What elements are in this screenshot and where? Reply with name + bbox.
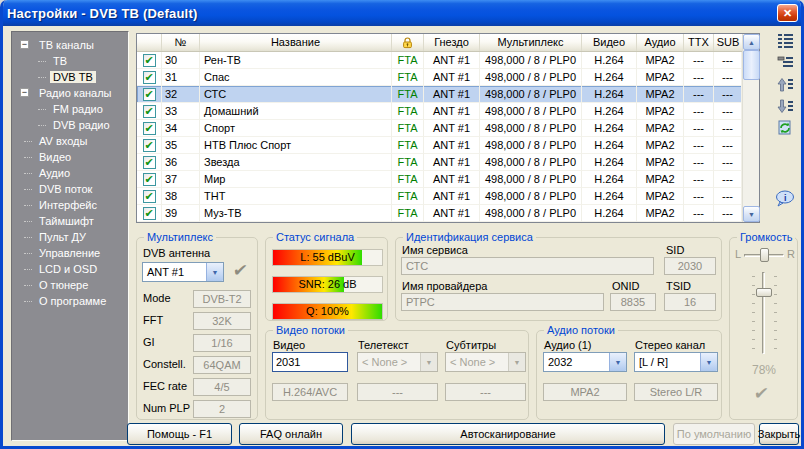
header-video[interactable]: Видео: [582, 34, 637, 51]
sidebar-item-FM радио[interactable]: FM радио: [12, 101, 128, 117]
scroll-thumb[interactable]: [743, 50, 760, 80]
mux-param-label: Num PLP: [143, 402, 190, 415]
channel-row-35[interactable]: ✔35НТВ Плюс СпортFTAANT #1498,000 / 8 / …: [137, 137, 742, 154]
faq-button[interactable]: FAQ онлайн: [239, 423, 343, 445]
sidebar-item-label: ТВ каналы: [36, 39, 97, 51]
vertical-scrollbar[interactable]: ▲ ▼: [742, 34, 759, 222]
channel-row-39[interactable]: ✔39Муз-ТВFTAANT #1498,000 / 8 / PLP0H.26…: [137, 205, 742, 222]
channel-row-30[interactable]: ✔30Рен-ТВFTAANT #1498,000 / 8 / PLP0H.26…: [137, 52, 742, 69]
socket-cell: ANT #1: [424, 86, 480, 103]
header-mux[interactable]: Мультиплекс: [480, 34, 582, 51]
sidebar-item-Радио каналы[interactable]: −Радио каналы: [12, 85, 128, 101]
channel-enabled-checkbox[interactable]: ✔: [143, 156, 156, 169]
close-button[interactable]: Закрыть: [759, 423, 799, 445]
socket-cell: ANT #1: [424, 137, 480, 154]
sidebar-item-label: Таймшифт: [36, 215, 97, 227]
audio-pid-combobox[interactable]: 2032 ▼: [543, 352, 627, 372]
chevron-down-icon[interactable]: ▼: [206, 263, 223, 281]
scroll-down-button[interactable]: ▼: [743, 206, 760, 222]
header-socket[interactable]: Гнездо: [424, 34, 480, 51]
sidebar-item-Пульт ДУ[interactable]: Пульт ДУ: [12, 229, 128, 245]
sidebar-item-О программе[interactable]: О программе: [12, 293, 128, 309]
channel-enabled-checkbox[interactable]: ✔: [143, 54, 156, 67]
fta-badge: FTA: [392, 171, 424, 188]
sidebar-item-LCD и OSD[interactable]: LCD и OSD: [12, 261, 128, 277]
signal-group-title: Статус сигнала: [273, 230, 357, 244]
sidebar-item-Аудио[interactable]: Аудио: [12, 165, 128, 181]
sidebar-item-label: Пульт ДУ: [36, 231, 89, 243]
scroll-up-button[interactable]: ▲: [743, 34, 760, 50]
select-all-list-icon[interactable]: [774, 30, 796, 50]
volume-slider-thumb[interactable]: [756, 288, 772, 297]
channel-enabled-checkbox[interactable]: ✔: [143, 71, 156, 84]
help-button[interactable]: Помощь - F1: [127, 423, 232, 445]
audio-codec-cell: MPA2: [637, 86, 684, 103]
sidebar-item-Управление[interactable]: Управление: [12, 245, 128, 261]
audio-pid-value: 2032: [544, 356, 609, 368]
sidebar-item-Интерфейс[interactable]: Интерфейс: [12, 197, 128, 213]
collapse-icon[interactable]: −: [20, 40, 29, 49]
table-header[interactable]: № Название Гнездо Мультиплекс Видео Ауди…: [137, 34, 742, 52]
sidebar-item-DVB ТВ[interactable]: DVB ТВ: [12, 69, 128, 85]
chevron-down-icon[interactable]: ▼: [609, 353, 626, 371]
move-channel-up-icon[interactable]: [774, 74, 796, 94]
audio-codec-cell: MPA2: [637, 205, 684, 222]
channel-enabled-checkbox[interactable]: ✔: [143, 207, 156, 220]
channel-row-37[interactable]: ✔37МирFTAANT #1498,000 / 8 / PLP0H.264MP…: [137, 171, 742, 188]
sub-cell: ---: [714, 171, 742, 188]
onid-label: ONID: [612, 280, 640, 293]
video-codec-cell: H.264: [582, 137, 637, 154]
tree-line: [24, 205, 32, 206]
channel-row-33[interactable]: ✔33ДомашнийFTAANT #1498,000 / 8 / PLP0H.…: [137, 103, 742, 120]
volume-slider-track[interactable]: [762, 272, 765, 354]
antenna-combobox[interactable]: ANT #1 ▼: [142, 262, 224, 282]
sidebar-item-Видео[interactable]: Видео: [12, 149, 128, 165]
sidebar-item-О тюнере[interactable]: О тюнере: [12, 277, 128, 293]
channel-name: Рен-ТВ: [200, 52, 392, 69]
header-sub[interactable]: SUB: [714, 34, 742, 51]
collapse-icon[interactable]: −: [20, 88, 29, 97]
multiplex-cell: 498,000 / 8 / PLP0: [480, 120, 582, 137]
video-codec-cell: H.264: [582, 205, 637, 222]
channel-enabled-checkbox[interactable]: ✔: [143, 88, 156, 101]
channel-enabled-checkbox[interactable]: ✔: [143, 105, 156, 118]
channel-name: Домашний: [200, 103, 392, 120]
autoscan-button[interactable]: Автосканирование: [351, 423, 665, 445]
sidebar-item-AV входы[interactable]: AV входы: [12, 133, 128, 149]
chevron-down-icon[interactable]: ▼: [700, 353, 717, 371]
fta-badge: FTA: [392, 205, 424, 222]
sidebar-item-ТВ каналы[interactable]: −ТВ каналы: [12, 37, 128, 53]
channel-enabled-checkbox[interactable]: ✔: [143, 122, 156, 135]
channel-row-38[interactable]: ✔38ТНТFTAANT #1498,000 / 8 / PLP0H.264MP…: [137, 188, 742, 205]
header-fta[interactable]: [392, 34, 424, 51]
header-ttx[interactable]: TTX: [684, 34, 714, 51]
sidebar-item-ТВ[interactable]: ТВ: [12, 53, 128, 69]
move-channel-down-icon[interactable]: [774, 96, 796, 116]
channel-enabled-checkbox[interactable]: ✔: [143, 173, 156, 186]
channel-properties-icon[interactable]: [774, 52, 796, 72]
sidebar-item-Таймшифт[interactable]: Таймшифт: [12, 213, 128, 229]
header-num[interactable]: №: [162, 34, 200, 51]
header-audio[interactable]: Аудио: [637, 34, 684, 51]
channel-row-32[interactable]: ✔32СТСFTAANT #1498,000 / 8 / PLP0H.264MP…: [137, 86, 742, 103]
channel-enabled-checkbox[interactable]: ✔: [143, 190, 156, 203]
channel-enabled-checkbox[interactable]: ✔: [143, 139, 156, 152]
sidebar-item-DVB радио[interactable]: DVB радио: [12, 117, 128, 133]
header-name[interactable]: Название: [200, 34, 392, 51]
video-pid-input[interactable]: [272, 352, 348, 372]
channel-row-34[interactable]: ✔34СпортFTAANT #1498,000 / 8 / PLP0H.264…: [137, 120, 742, 137]
rescan-channel-icon[interactable]: [774, 118, 796, 138]
channel-number: 34: [162, 120, 200, 137]
channel-row-31[interactable]: ✔31СпасFTAANT #1498,000 / 8 / PLP0H.264M…: [137, 69, 742, 86]
channel-row-36[interactable]: ✔36ЗвездаFTAANT #1498,000 / 8 / PLP0H.26…: [137, 154, 742, 171]
dvb-antenna-label: DVB антенна: [143, 247, 210, 260]
title-bar[interactable]: Настройки - DVB ТВ (Default) ✕: [0, 0, 804, 26]
close-window-button[interactable]: ✕: [777, 4, 798, 22]
volume-percent: 78%: [752, 364, 776, 377]
sidebar-item-DVB поток[interactable]: DVB поток: [12, 181, 128, 197]
balance-slider-thumb[interactable]: [760, 248, 769, 262]
header-checkbox-col[interactable]: [137, 34, 162, 51]
stereo-channel-combobox[interactable]: [L / R] ▼: [634, 352, 718, 372]
video-codec-cell: H.264: [582, 154, 637, 171]
channel-info-icon[interactable]: i: [774, 188, 796, 208]
